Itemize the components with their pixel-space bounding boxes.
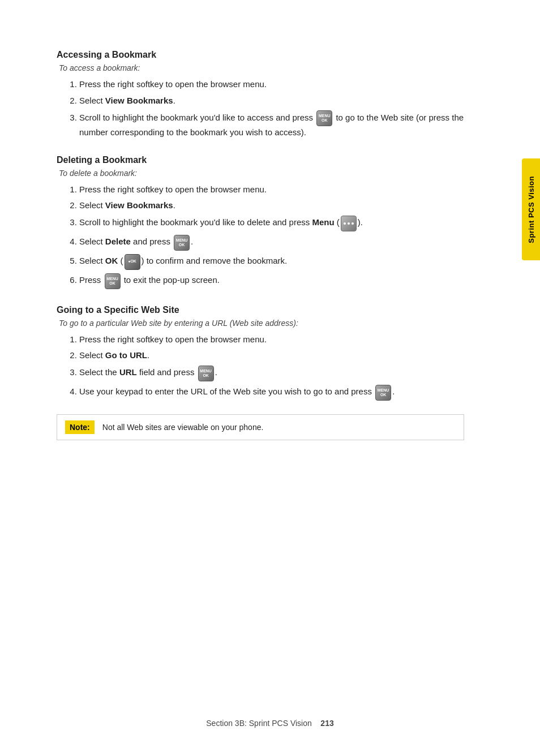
subheading-deleting-bookmark: To delete a bookmark: bbox=[57, 169, 464, 178]
ok-confirm-icon: ●OK bbox=[125, 254, 140, 270]
step-6-deleting: Press MENUOK to exit the pop-up screen. bbox=[79, 273, 464, 289]
footer: Section 3B: Sprint PCS Vision 213 bbox=[0, 719, 540, 728]
step-3-going: Select the URL field and press MENUOK. bbox=[79, 366, 464, 381]
menu-ok-icon-3: MENUOK bbox=[105, 273, 121, 289]
heading-going-to-web-site: Going to a Specific Web Site bbox=[57, 305, 464, 315]
menu-ok-icon-5: MENUOK bbox=[375, 385, 391, 401]
menu-dots-icon bbox=[341, 216, 357, 231]
section-deleting-bookmark: Deleting a Bookmark To delete a bookmark… bbox=[57, 155, 464, 289]
step-3-accessing: Scroll to highlight the bookmark you'd l… bbox=[79, 110, 464, 139]
steps-deleting-bookmark: Press the right softkey to open the brow… bbox=[79, 183, 464, 289]
step-4-deleting: Select Delete and press MENUOK. bbox=[79, 235, 464, 251]
step-1-deleting: Press the right softkey to open the brow… bbox=[79, 183, 464, 196]
page-content: Accessing a Bookmark To access a bookmar… bbox=[0, 0, 509, 474]
note-text: Not all Web sites are viewable on your p… bbox=[102, 423, 264, 432]
footer-page-number: 213 bbox=[320, 719, 333, 728]
note-label: Note: bbox=[65, 420, 95, 434]
side-tab: Sprint PCS Vision bbox=[522, 158, 540, 260]
step-1-accessing: Press the right softkey to open the brow… bbox=[79, 78, 464, 91]
step-2-going: Select Go to URL. bbox=[79, 349, 464, 362]
subheading-accessing-bookmark: To access a bookmark: bbox=[57, 63, 464, 72]
steps-accessing-bookmark: Press the right softkey to open the brow… bbox=[79, 78, 464, 139]
heading-deleting-bookmark: Deleting a Bookmark bbox=[57, 155, 464, 165]
section-going-to-web-site: Going to a Specific Web Site To go to a … bbox=[57, 305, 464, 401]
step-2-accessing: Select View Bookmarks. bbox=[79, 94, 464, 108]
subheading-going-to-web-site: To go to a particular Web site by enteri… bbox=[57, 319, 464, 328]
heading-accessing-bookmark: Accessing a Bookmark bbox=[57, 50, 464, 60]
note-box: Note: Not all Web sites are viewable on … bbox=[57, 414, 464, 440]
menu-ok-icon-1: MENUOK bbox=[316, 110, 332, 126]
step-5-deleting: Select OK (●OK) to confirm and remove th… bbox=[79, 254, 464, 270]
side-tab-label: Sprint PCS Vision bbox=[527, 176, 535, 243]
menu-ok-icon-2: MENUOK bbox=[174, 235, 190, 251]
footer-section-text: Section 3B: Sprint PCS Vision bbox=[206, 719, 312, 728]
step-4-going: Use your keypad to enter the URL of the … bbox=[79, 385, 464, 401]
step-1-going: Press the right softkey to open the brow… bbox=[79, 333, 464, 346]
steps-going-to-web-site: Press the right softkey to open the brow… bbox=[79, 333, 464, 401]
step-3-deleting: Scroll to highlight the bookmark you'd l… bbox=[79, 216, 464, 231]
menu-ok-icon-4: MENUOK bbox=[198, 366, 214, 381]
section-accessing-bookmark: Accessing a Bookmark To access a bookmar… bbox=[57, 50, 464, 139]
step-2-deleting: Select View Bookmarks. bbox=[79, 199, 464, 212]
